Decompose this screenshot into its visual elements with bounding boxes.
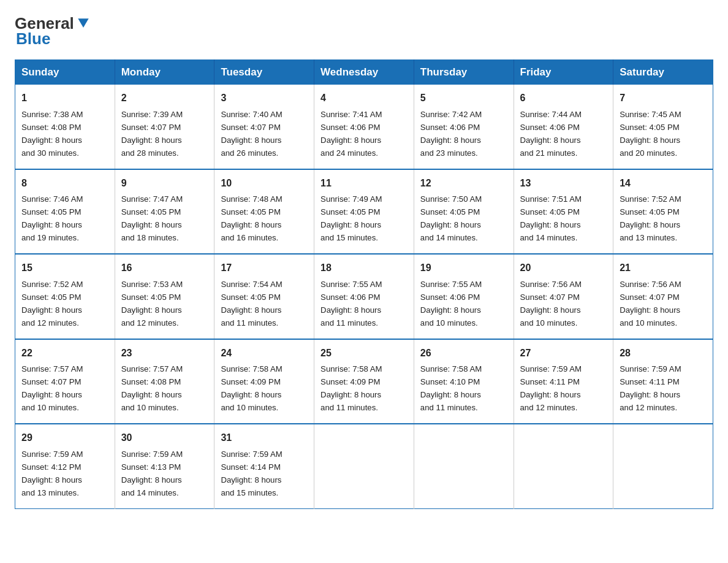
day-info: Sunrise: 7:55 AMSunset: 4:06 PMDaylight:…: [420, 280, 482, 327]
col-header-friday: Friday: [514, 60, 613, 85]
calendar-day-14: 14 Sunrise: 7:52 AMSunset: 4:05 PMDaylig…: [613, 169, 713, 254]
day-number: 7: [620, 91, 707, 106]
day-info: Sunrise: 7:40 AMSunset: 4:07 PMDaylight:…: [221, 110, 282, 158]
day-number: 17: [221, 261, 308, 276]
day-info: Sunrise: 7:50 AMSunset: 4:05 PMDaylight:…: [420, 194, 482, 242]
day-info: Sunrise: 7:57 AMSunset: 4:07 PMDaylight:…: [21, 364, 83, 412]
calendar-day-16: 16 Sunrise: 7:53 AMSunset: 4:05 PMDaylig…: [115, 254, 214, 339]
logo: General Blue: [15, 15, 91, 47]
col-header-monday: Monday: [115, 60, 214, 85]
calendar-day-19: 19 Sunrise: 7:55 AMSunset: 4:06 PMDaylig…: [414, 254, 514, 339]
day-info: Sunrise: 7:59 AMSunset: 4:11 PMDaylight:…: [620, 364, 681, 412]
calendar-week-row: 22 Sunrise: 7:57 AMSunset: 4:07 PMDaylig…: [15, 339, 713, 424]
day-number: 31: [221, 431, 308, 446]
calendar-day-25: 25 Sunrise: 7:58 AMSunset: 4:09 PMDaylig…: [314, 339, 414, 424]
day-number: 25: [320, 346, 408, 361]
calendar-day-22: 22 Sunrise: 7:57 AMSunset: 4:07 PMDaylig…: [15, 339, 115, 424]
logo-blue-text: Blue: [16, 30, 50, 48]
day-info: Sunrise: 7:42 AMSunset: 4:06 PMDaylight:…: [420, 110, 482, 158]
day-info: Sunrise: 7:59 AMSunset: 4:13 PMDaylight:…: [121, 450, 183, 497]
day-number: 2: [121, 91, 208, 106]
day-info: Sunrise: 7:52 AMSunset: 4:05 PMDaylight:…: [21, 280, 83, 327]
day-info: Sunrise: 7:51 AMSunset: 4:05 PMDaylight:…: [520, 194, 582, 242]
page-header: General Blue: [15, 15, 713, 47]
day-info: Sunrise: 7:59 AMSunset: 4:14 PMDaylight:…: [221, 450, 282, 497]
day-info: Sunrise: 7:59 AMSunset: 4:11 PMDaylight:…: [520, 364, 582, 412]
calendar-day-24: 24 Sunrise: 7:58 AMSunset: 4:09 PMDaylig…: [214, 339, 314, 424]
day-number: 15: [21, 261, 108, 276]
day-number: 12: [420, 176, 507, 191]
day-number: 3: [221, 91, 308, 106]
day-info: Sunrise: 7:58 AMSunset: 4:09 PMDaylight:…: [221, 364, 282, 412]
day-info: Sunrise: 7:58 AMSunset: 4:10 PMDaylight:…: [420, 364, 482, 412]
calendar-header-row: SundayMondayTuesdayWednesdayThursdayFrid…: [15, 60, 713, 85]
calendar-day-30: 30 Sunrise: 7:59 AMSunset: 4:13 PMDaylig…: [115, 424, 214, 508]
day-info: Sunrise: 7:45 AMSunset: 4:05 PMDaylight:…: [620, 110, 681, 158]
day-info: Sunrise: 7:57 AMSunset: 4:08 PMDaylight:…: [121, 364, 183, 412]
day-number: 19: [420, 261, 507, 276]
day-number: 14: [620, 176, 707, 191]
day-info: Sunrise: 7:55 AMSunset: 4:06 PMDaylight:…: [320, 280, 382, 327]
day-info: Sunrise: 7:56 AMSunset: 4:07 PMDaylight:…: [520, 280, 582, 327]
day-info: Sunrise: 7:56 AMSunset: 4:07 PMDaylight:…: [620, 280, 681, 327]
calendar-day-2: 2 Sunrise: 7:39 AMSunset: 4:07 PMDayligh…: [115, 85, 214, 169]
day-number: 24: [221, 346, 308, 361]
calendar-week-row: 15 Sunrise: 7:52 AMSunset: 4:05 PMDaylig…: [15, 254, 713, 339]
calendar-day-31: 31 Sunrise: 7:59 AMSunset: 4:14 PMDaylig…: [214, 424, 314, 508]
day-info: Sunrise: 7:38 AMSunset: 4:08 PMDaylight:…: [21, 110, 83, 158]
calendar-empty-cell: [514, 424, 613, 508]
day-number: 13: [520, 176, 607, 191]
day-number: 5: [420, 91, 507, 106]
calendar-day-28: 28 Sunrise: 7:59 AMSunset: 4:11 PMDaylig…: [613, 339, 713, 424]
logo-container: General Blue: [15, 15, 91, 47]
day-info: Sunrise: 7:41 AMSunset: 4:06 PMDaylight:…: [320, 110, 382, 158]
calendar-empty-cell: [414, 424, 514, 508]
day-number: 6: [520, 91, 607, 106]
calendar-day-1: 1 Sunrise: 7:38 AMSunset: 4:08 PMDayligh…: [15, 85, 115, 169]
day-number: 23: [121, 346, 208, 361]
col-header-wednesday: Wednesday: [314, 60, 414, 85]
col-header-thursday: Thursday: [414, 60, 514, 85]
day-info: Sunrise: 7:48 AMSunset: 4:05 PMDaylight:…: [221, 194, 282, 242]
calendar-day-21: 21 Sunrise: 7:56 AMSunset: 4:07 PMDaylig…: [613, 254, 713, 339]
calendar-week-row: 29 Sunrise: 7:59 AMSunset: 4:12 PMDaylig…: [15, 424, 713, 508]
calendar-day-26: 26 Sunrise: 7:58 AMSunset: 4:10 PMDaylig…: [414, 339, 514, 424]
day-number: 22: [21, 346, 108, 361]
day-number: 16: [121, 261, 208, 276]
calendar-day-27: 27 Sunrise: 7:59 AMSunset: 4:11 PMDaylig…: [514, 339, 613, 424]
day-number: 11: [320, 176, 408, 191]
day-number: 4: [320, 91, 408, 106]
day-number: 1: [21, 91, 108, 106]
day-number: 21: [620, 261, 707, 276]
day-info: Sunrise: 7:53 AMSunset: 4:05 PMDaylight:…: [121, 280, 183, 327]
day-number: 18: [320, 261, 408, 276]
calendar-day-23: 23 Sunrise: 7:57 AMSunset: 4:08 PMDaylig…: [115, 339, 214, 424]
calendar-week-row: 8 Sunrise: 7:46 AMSunset: 4:05 PMDayligh…: [15, 169, 713, 254]
day-number: 29: [21, 431, 108, 446]
day-number: 9: [121, 176, 208, 191]
calendar-day-18: 18 Sunrise: 7:55 AMSunset: 4:06 PMDaylig…: [314, 254, 414, 339]
col-header-saturday: Saturday: [613, 60, 713, 85]
calendar-day-12: 12 Sunrise: 7:50 AMSunset: 4:05 PMDaylig…: [414, 169, 514, 254]
calendar-day-17: 17 Sunrise: 7:54 AMSunset: 4:05 PMDaylig…: [214, 254, 314, 339]
calendar-day-5: 5 Sunrise: 7:42 AMSunset: 4:06 PMDayligh…: [414, 85, 514, 169]
day-number: 20: [520, 261, 607, 276]
logo-arrow-icon: [75, 16, 91, 32]
day-info: Sunrise: 7:52 AMSunset: 4:05 PMDaylight:…: [620, 194, 681, 242]
calendar-empty-cell: [314, 424, 414, 508]
col-header-sunday: Sunday: [15, 60, 115, 85]
day-number: 28: [620, 346, 707, 361]
calendar-day-8: 8 Sunrise: 7:46 AMSunset: 4:05 PMDayligh…: [15, 169, 115, 254]
day-info: Sunrise: 7:44 AMSunset: 4:06 PMDaylight:…: [520, 110, 582, 158]
day-info: Sunrise: 7:54 AMSunset: 4:05 PMDaylight:…: [221, 280, 282, 327]
day-number: 30: [121, 431, 208, 446]
day-info: Sunrise: 7:58 AMSunset: 4:09 PMDaylight:…: [320, 364, 382, 412]
day-info: Sunrise: 7:59 AMSunset: 4:12 PMDaylight:…: [21, 450, 83, 497]
svg-marker-0: [78, 19, 88, 28]
calendar-empty-cell: [613, 424, 713, 508]
calendar-day-9: 9 Sunrise: 7:47 AMSunset: 4:05 PMDayligh…: [115, 169, 214, 254]
calendar-day-4: 4 Sunrise: 7:41 AMSunset: 4:06 PMDayligh…: [314, 85, 414, 169]
day-number: 26: [420, 346, 507, 361]
day-number: 8: [21, 176, 108, 191]
calendar-day-29: 29 Sunrise: 7:59 AMSunset: 4:12 PMDaylig…: [15, 424, 115, 508]
